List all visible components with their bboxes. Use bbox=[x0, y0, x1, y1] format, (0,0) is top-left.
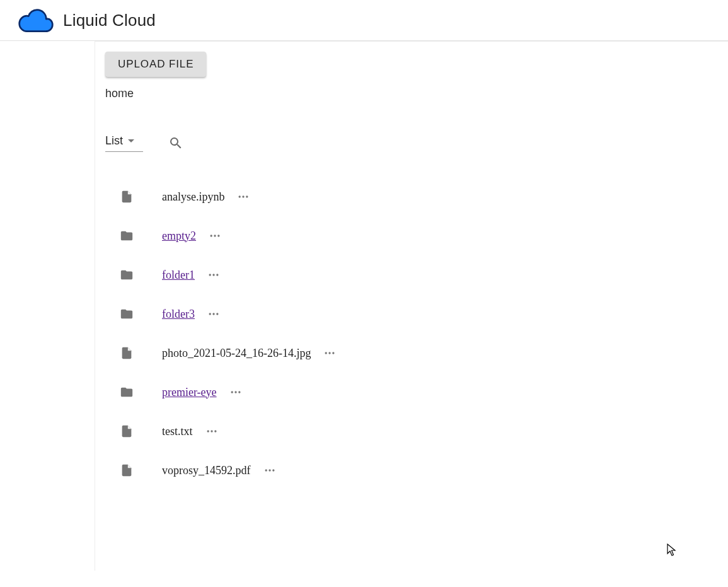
view-mode-select[interactable]: List bbox=[105, 134, 143, 152]
file-row: empty2 bbox=[105, 216, 728, 255]
svg-point-17 bbox=[238, 391, 240, 393]
more-horiz-icon bbox=[263, 464, 276, 477]
svg-point-8 bbox=[216, 274, 218, 276]
svg-point-9 bbox=[209, 313, 211, 315]
cloud-logo-icon bbox=[18, 8, 54, 33]
view-mode-label: List bbox=[105, 134, 123, 148]
file-name: analyse.ipynb bbox=[162, 190, 224, 204]
file-name: test.txt bbox=[162, 425, 193, 438]
file-row: test.txt bbox=[105, 412, 728, 451]
file-icon bbox=[119, 463, 134, 478]
more-horiz-icon bbox=[229, 386, 242, 398]
breadcrumb-home[interactable]: home bbox=[105, 87, 728, 100]
mouse-cursor-icon bbox=[667, 543, 677, 557]
folder-icon bbox=[119, 385, 134, 400]
upload-button[interactable]: Upload File bbox=[105, 52, 206, 77]
toolbar: List bbox=[105, 133, 728, 153]
file-list: analyse.ipynbempty2folder1folder3photo_2… bbox=[105, 177, 728, 490]
folder-link[interactable]: folder1 bbox=[162, 269, 195, 282]
svg-point-3 bbox=[211, 235, 212, 236]
svg-point-18 bbox=[207, 430, 209, 432]
svg-point-7 bbox=[212, 274, 214, 276]
svg-point-2 bbox=[246, 195, 248, 197]
svg-point-20 bbox=[214, 430, 216, 432]
svg-point-10 bbox=[212, 313, 214, 315]
more-horiz-icon bbox=[237, 190, 250, 203]
chevron-down-icon bbox=[128, 139, 134, 142]
file-row: photo_2021-05-24_16-26-14.jpg bbox=[105, 334, 728, 373]
file-name: voprosy_14592.pdf bbox=[162, 464, 251, 477]
more-horiz-icon bbox=[323, 347, 336, 359]
folder-link[interactable]: empty2 bbox=[162, 230, 196, 243]
main-panel: Upload File home List analyse.ipynbempty… bbox=[95, 41, 728, 571]
folder-icon bbox=[119, 306, 134, 322]
row-more-button[interactable] bbox=[206, 227, 224, 245]
svg-point-13 bbox=[329, 352, 331, 354]
more-horiz-icon bbox=[205, 425, 218, 438]
file-name: photo_2021-05-24_16-26-14.jpg bbox=[162, 347, 311, 360]
app-header: Liquid Cloud bbox=[0, 0, 728, 41]
app-title: Liquid Cloud bbox=[63, 11, 156, 30]
row-more-button[interactable] bbox=[203, 422, 221, 440]
more-horiz-icon bbox=[207, 308, 220, 320]
row-more-button[interactable] bbox=[234, 188, 252, 206]
file-row: analyse.ipynb bbox=[105, 177, 728, 216]
row-more-button[interactable] bbox=[227, 383, 245, 401]
search-button[interactable] bbox=[166, 133, 186, 153]
file-icon bbox=[119, 346, 134, 361]
folder-icon bbox=[119, 267, 134, 282]
row-more-button[interactable] bbox=[205, 305, 222, 323]
more-horiz-icon bbox=[209, 230, 221, 242]
svg-point-14 bbox=[333, 352, 335, 354]
svg-point-16 bbox=[234, 391, 236, 393]
folder-link[interactable]: premier-eye bbox=[162, 386, 217, 399]
row-more-button[interactable] bbox=[321, 344, 338, 362]
svg-point-12 bbox=[325, 352, 327, 354]
svg-point-6 bbox=[209, 274, 211, 276]
folder-link[interactable]: folder3 bbox=[162, 308, 195, 321]
svg-point-0 bbox=[239, 195, 241, 197]
svg-point-19 bbox=[211, 430, 212, 432]
svg-point-1 bbox=[243, 195, 245, 197]
svg-point-23 bbox=[272, 469, 274, 471]
svg-point-15 bbox=[231, 391, 233, 393]
svg-point-21 bbox=[265, 469, 267, 471]
search-icon bbox=[168, 136, 183, 151]
file-row: folder3 bbox=[105, 294, 728, 334]
file-row: premier-eye bbox=[105, 373, 728, 412]
file-row: voprosy_14592.pdf bbox=[105, 451, 728, 490]
folder-icon bbox=[119, 228, 134, 243]
file-row: folder1 bbox=[105, 255, 728, 294]
row-more-button[interactable] bbox=[205, 266, 222, 284]
svg-point-22 bbox=[269, 469, 270, 471]
svg-point-11 bbox=[216, 313, 218, 315]
svg-point-4 bbox=[214, 235, 216, 236]
row-more-button[interactable] bbox=[261, 462, 279, 479]
file-icon bbox=[119, 424, 134, 439]
svg-point-5 bbox=[217, 235, 219, 236]
file-icon bbox=[119, 189, 134, 204]
more-horiz-icon bbox=[207, 269, 220, 281]
